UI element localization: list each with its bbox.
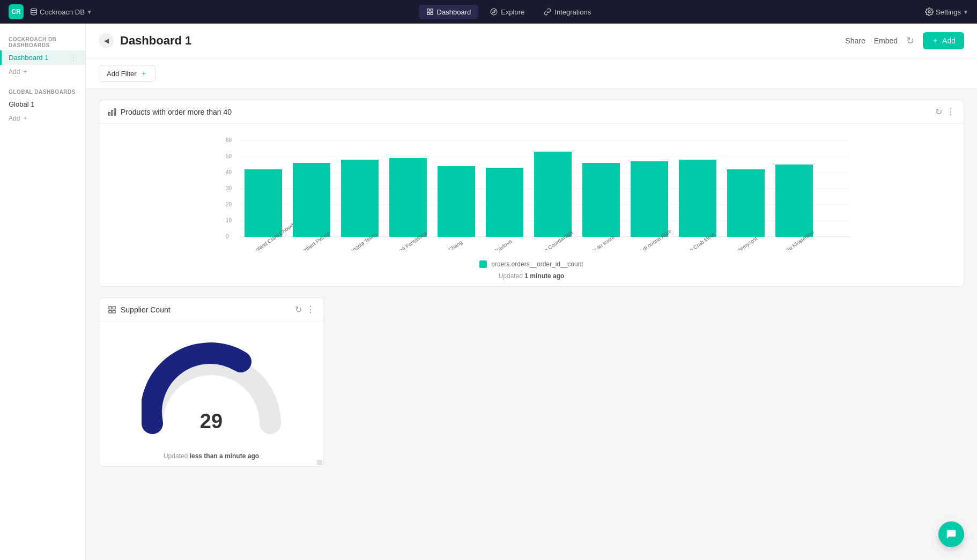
bar-chart-title-group: Products with order more than 40 (108, 108, 232, 116)
bar-chart-body: 60 50 40 30 20 10 0 (99, 124, 964, 256)
page-header-left: ◀ Dashboard 1 (99, 33, 191, 48)
svg-rect-43 (679, 160, 716, 237)
bar-chart-actions: ↻ ⋮ (935, 107, 955, 117)
svg-text:60: 60 (226, 137, 232, 143)
gauge-value: 29 (200, 410, 223, 433)
settings-btn[interactable]: Settings ▼ (925, 8, 968, 16)
gauge-body: 29 (99, 322, 323, 450)
svg-rect-25 (245, 169, 282, 237)
gauge-chart-actions: ↻ ⋮ (295, 304, 315, 315)
nav-center: Dashboard Explore Integrations (99, 5, 919, 19)
chevron-down-icon: ▼ (87, 9, 92, 15)
svg-rect-2 (431, 9, 433, 11)
svg-rect-49 (109, 307, 112, 309)
db-selector[interactable]: Cockroach DB ▼ (30, 8, 92, 16)
svg-point-5 (491, 9, 497, 15)
svg-rect-10 (108, 112, 110, 115)
gauge-icon (108, 305, 116, 314)
resize-handle[interactable] (317, 460, 322, 465)
sidebar-app-label: COCKROACH DB DASHBOARDS (0, 32, 85, 50)
legend-color-box (479, 260, 487, 268)
content-area: ◀ Dashboard 1 Share Embed ↻ ＋ Add Add Fi… (86, 24, 977, 560)
gauge-chart-card: Supplier Count ↻ ⋮ 29 (99, 297, 324, 467)
svg-rect-37 (534, 152, 572, 237)
svg-text:Flotemysost: Flotemysost (731, 235, 759, 250)
svg-point-7 (928, 11, 930, 13)
svg-rect-27 (293, 163, 330, 237)
add-filter-button[interactable]: Add Filter ＋ (99, 65, 156, 82)
back-icon: ◀ (104, 37, 109, 44)
top-nav: CR Cockroach DB ▼ Dashboard Explore Inte… (0, 0, 977, 24)
svg-text:10: 10 (226, 218, 232, 223)
main-layout: COCKROACH DB DASHBOARDS Dashboard 1 ⋮ Ad… (0, 24, 977, 560)
bar-chart-title: Products with order more than 40 (121, 108, 232, 116)
svg-text:Chang: Chang (447, 239, 463, 250)
svg-rect-52 (113, 310, 115, 313)
legend-label: orders.orders__order_id__count (491, 260, 583, 268)
svg-rect-9 (112, 110, 113, 115)
bar-chart-icon (108, 108, 116, 116)
bar-chart-more-btn[interactable]: ⋮ (946, 107, 955, 117)
share-button[interactable]: Share (845, 36, 865, 45)
bar-chart-header: Products with order more than 40 ↻ ⋮ (99, 100, 964, 124)
svg-rect-1 (427, 9, 429, 11)
gauge-refresh-btn[interactable]: ↻ (295, 304, 302, 315)
embed-button[interactable]: Embed (874, 36, 898, 45)
svg-rect-41 (631, 161, 668, 237)
svg-rect-8 (114, 109, 116, 115)
page-title: Dashboard 1 (120, 34, 191, 48)
svg-rect-29 (341, 160, 379, 237)
nav-integrations[interactable]: Integrations (536, 5, 598, 19)
nav-explore[interactable]: Explore (483, 5, 532, 19)
svg-text:20: 20 (226, 201, 232, 207)
gauge-more-btn[interactable]: ⋮ (306, 304, 315, 315)
svg-text:40: 40 (226, 169, 232, 175)
dashboard-icon (426, 8, 434, 16)
compass-icon (490, 8, 498, 16)
svg-point-0 (31, 9, 37, 11)
refresh-button[interactable]: ↻ (906, 35, 914, 47)
svg-text:Pavlova: Pavlova (494, 238, 513, 250)
svg-rect-51 (109, 310, 112, 313)
svg-rect-31 (389, 158, 427, 237)
app-logo: CR (9, 4, 24, 19)
plus-icon-global: ＋ (22, 114, 28, 123)
db-icon (30, 8, 38, 16)
page-header: ◀ Dashboard 1 Share Embed ↻ ＋ Add (86, 24, 977, 58)
nav-right: Settings ▼ (925, 8, 968, 16)
sidebar-item-dashboard1[interactable]: Dashboard 1 ⋮ (0, 50, 85, 65)
chat-icon (945, 528, 957, 540)
toolbar: Add Filter ＋ (86, 58, 977, 89)
bar-chart-svg: 60 50 40 30 20 10 0 (110, 132, 953, 250)
sidebar-add-global[interactable]: Add ＋ (0, 111, 85, 125)
link-icon (544, 8, 551, 16)
add-button[interactable]: ＋ Add (923, 32, 964, 49)
svg-rect-47 (775, 165, 813, 237)
svg-text:0: 0 (226, 234, 229, 240)
gauge-chart-header: Supplier Count ↻ ⋮ (99, 298, 323, 322)
gear-icon (925, 8, 934, 16)
svg-rect-4 (431, 12, 433, 14)
bar-chart-refresh-btn[interactable]: ↻ (935, 107, 942, 117)
back-button[interactable]: ◀ (99, 33, 114, 48)
svg-rect-33 (438, 166, 475, 237)
bar-chart-card: Products with order more than 40 ↻ ⋮ 60 … (99, 100, 964, 287)
svg-marker-6 (493, 11, 495, 13)
sidebar-global-label: GLOBAL DASHBOARDS (0, 85, 85, 97)
sidebar-more-icon[interactable]: ⋮ (70, 54, 77, 62)
sidebar-item-global1[interactable]: Global 1 (0, 97, 85, 111)
sidebar: COCKROACH DB DASHBOARDS Dashboard 1 ⋮ Ad… (0, 24, 86, 560)
svg-rect-45 (727, 169, 765, 237)
plus-icon: ＋ (22, 67, 28, 76)
svg-rect-39 (582, 163, 620, 237)
plus-icon-filter: ＋ (140, 69, 147, 78)
chat-button[interactable] (938, 521, 964, 547)
bar-chart-updated: Updated 1 minute ago (99, 270, 964, 286)
page-header-right: Share Embed ↻ ＋ Add (845, 32, 964, 49)
nav-dashboard[interactable]: Dashboard (419, 5, 479, 19)
charts-area: Products with order more than 40 ↻ ⋮ 60 … (86, 89, 977, 488)
bar-chart-legend: orders.orders__order_id__count (99, 256, 964, 270)
sidebar-add-dashboard[interactable]: Add ＋ (0, 65, 85, 78)
gauge-chart-title: Supplier Count (121, 305, 171, 314)
svg-rect-50 (113, 307, 115, 309)
